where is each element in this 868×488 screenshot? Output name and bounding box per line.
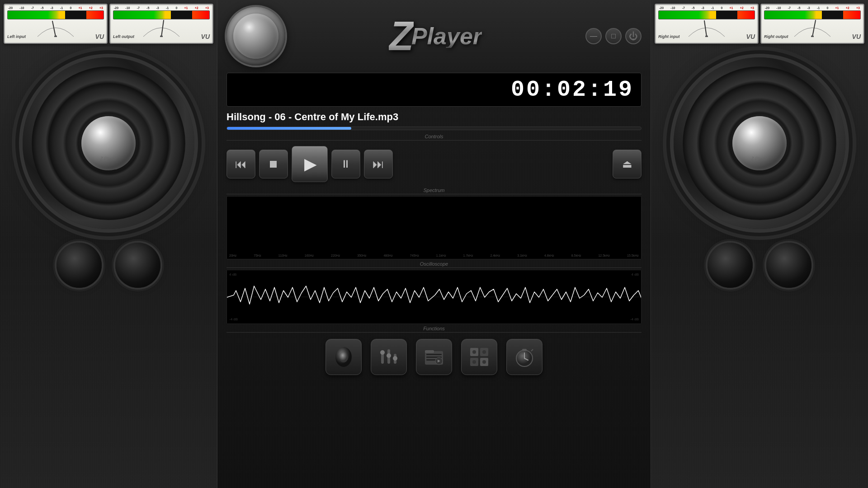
vu-bar-red-right-output	[843, 11, 860, 19]
right-speaker-section: -20-10-7-5-3-10 +1+2+3 Right input VU	[651, 0, 868, 488]
left-speaker-section: -20-10-7-5-3-10 +1+2+3 Left input VU	[0, 0, 217, 488]
svg-point-34	[705, 35, 708, 37]
player-logo-text: Player	[411, 24, 482, 48]
vu-needle-area-right-output	[764, 20, 861, 33]
controls-row: ⏮ ⏹ ▶ ⏸ ⏭ ⏏	[226, 142, 642, 186]
power-button[interactable]: ⏻	[625, 28, 642, 44]
svg-point-12	[393, 356, 397, 361]
oscilloscope-section-label: Oscilloscope	[226, 259, 642, 268]
song-title-container: Hillsong - 06 - Centre of My Life.mp3	[226, 109, 642, 125]
left-vu-meters: -20-10-7-5-3-10 +1+2+3 Left input VU	[0, 0, 217, 44]
svg-line-33	[704, 21, 707, 37]
player-header: Z Player — □ ⏻	[217, 0, 651, 70]
stop-button[interactable]: ⏹	[259, 150, 288, 178]
z-logo: Z	[389, 16, 414, 56]
left-input-vu-meter: -20-10-7-5-3-10 +1+2+3 Left input VU	[4, 4, 108, 44]
right-tweeter-1	[708, 243, 753, 288]
oscilloscope-waveform	[227, 270, 641, 324]
functions-row	[226, 334, 642, 380]
volume-knob[interactable]	[226, 7, 285, 66]
svg-point-36	[811, 35, 814, 37]
vu-bar-red-left-input	[86, 11, 104, 19]
spectrum-bars	[227, 197, 641, 259]
progress-bar-fill	[227, 127, 351, 130]
svg-rect-14	[425, 350, 434, 353]
vu-scale-left-input: -20-10-7-5-3-10 +1+2+3	[7, 6, 104, 9]
volume-function-button[interactable]	[326, 339, 362, 375]
left-tweeter-1	[57, 243, 102, 288]
svg-line-2	[161, 20, 164, 37]
vu-bar-red-right-input	[737, 11, 755, 19]
progress-bar[interactable]	[226, 127, 642, 130]
right-speaker-woofer	[674, 57, 845, 229]
svg-line-0	[52, 21, 56, 37]
vu-scale-right-input: -20-10-7-5-3-10 +1+2+3	[658, 6, 755, 9]
right-speaker-dust-cap	[732, 116, 787, 170]
right-tweeter-2	[766, 243, 811, 288]
minimize-button[interactable]: —	[585, 28, 602, 44]
left-speaker-woofer	[23, 57, 194, 229]
vu-scale-left-output: -20-10-7-5-3-10 +1+2+3	[113, 6, 210, 9]
spectrum-container: 20Hz75Hz110Hz160Hz220Hz350Hz480Hz745Hz1.…	[226, 196, 642, 259]
song-title: Hillsong - 06 - Centre of My Life.mp3	[226, 111, 398, 122]
equalizer-function-button[interactable]	[371, 339, 407, 375]
left-speaker-dust-cap	[81, 116, 136, 170]
vu-scale-right-output: -20-10-7-5-3-10 +1+2+3	[764, 6, 861, 9]
right-speaker-tweeters	[708, 243, 811, 288]
settings-function-button[interactable]	[461, 339, 497, 375]
vu-bar-red-left-output	[192, 11, 209, 19]
svg-point-3	[160, 35, 163, 37]
window-buttons: — □ ⏻	[585, 28, 642, 44]
oscilloscope-container: 4 dB 4 dB -4 dB -4 dB	[226, 270, 642, 324]
functions-section-label: Functions	[226, 324, 642, 333]
left-speaker-tweeters	[57, 243, 160, 288]
svg-point-1	[54, 35, 57, 37]
svg-point-8	[380, 350, 385, 355]
pause-button[interactable]: ⏸	[331, 150, 360, 178]
logo-area: Z Player	[290, 11, 581, 61]
svg-point-27	[482, 360, 486, 364]
svg-point-26	[472, 360, 476, 364]
vu-needle-area-left-output	[113, 20, 210, 33]
eject-button[interactable]: ⏏	[613, 150, 642, 178]
svg-point-6	[339, 352, 348, 362]
svg-point-25	[482, 350, 486, 354]
svg-rect-15	[426, 354, 442, 355]
spectrum-labels: 20Hz75Hz110Hz160Hz220Hz350Hz480Hz745Hz1.…	[229, 254, 639, 257]
playlist-function-button[interactable]	[416, 339, 452, 375]
left-tweeter-2	[115, 243, 160, 288]
vu-needle-area-right-input	[658, 20, 755, 33]
next-button[interactable]: ⏭	[364, 150, 393, 178]
spectrum-section-label: Spectrum	[226, 186, 642, 194]
left-output-vu-meter: -20-10-7-5-3-10 +1+2+3 Left output VU	[109, 4, 213, 44]
window-controls: — □ ⏻	[585, 28, 642, 44]
play-button[interactable]: ▶	[292, 146, 328, 182]
timer-function-button[interactable]	[506, 339, 542, 375]
time-display: 00:02:19	[511, 77, 634, 103]
time-display-container: 00:02:19	[226, 73, 642, 107]
right-speaker-cone	[683, 66, 836, 220]
svg-line-32	[531, 349, 533, 351]
center-panel: Z Player — □ ⏻ 00:02:19 Hillsong - 06 - …	[217, 0, 651, 488]
prev-button[interactable]: ⏮	[226, 150, 255, 178]
svg-rect-31	[522, 349, 527, 351]
vu-needle-area-left-input	[7, 20, 104, 33]
svg-line-35	[812, 20, 816, 37]
right-input-vu-meter: -20-10-7-5-3-10 +1+2+3 Right input VU	[655, 4, 759, 44]
svg-point-10	[387, 353, 391, 358]
right-output-vu-meter: -20-10-7-5-3-10 +1+2+3 Right output VU	[760, 4, 864, 44]
left-speaker-cone	[32, 66, 185, 220]
right-vu-meters: -20-10-7-5-3-10 +1+2+3 Right input VU	[651, 0, 868, 44]
controls-section-label: Controls	[226, 132, 642, 141]
restore-button[interactable]: □	[605, 28, 622, 44]
svg-point-24	[472, 350, 476, 354]
